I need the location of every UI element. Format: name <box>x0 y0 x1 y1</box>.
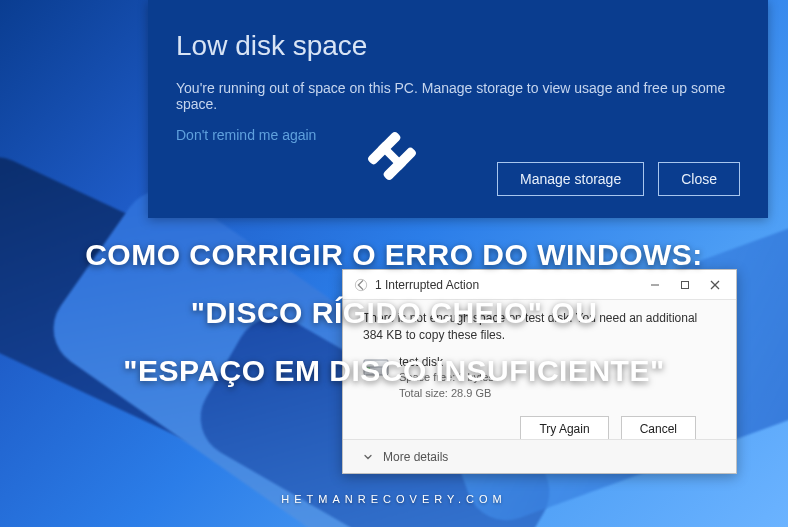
dialog-button-row: Try Again Cancel <box>363 412 716 442</box>
watermark: HETMANRECOVERY.COM <box>0 493 788 505</box>
dialog-footer[interactable]: More details <box>343 439 736 473</box>
dont-remind-link[interactable]: Don't remind me again <box>176 127 316 143</box>
try-again-button[interactable]: Try Again <box>520 416 608 442</box>
chevron-down-icon <box>361 450 375 464</box>
notification-title: Low disk space <box>176 30 740 62</box>
close-button[interactable]: Close <box>658 162 740 196</box>
headline-overlay: COMO CORRIGIR O ERRO DO WINDOWS: "DISCO … <box>0 226 788 400</box>
headline-line-3: "ESPAÇO EM DISCO INSUFICIENTE" <box>0 342 788 400</box>
hetman-logo-icon <box>362 126 422 186</box>
cancel-button[interactable]: Cancel <box>621 416 696 442</box>
more-details-label: More details <box>383 450 448 464</box>
notification-button-row: Manage storage Close <box>497 162 740 196</box>
notification-body: You're running out of space on this PC. … <box>176 80 740 112</box>
headline-line-1: COMO CORRIGIR O ERRO DO WINDOWS: <box>0 226 788 284</box>
manage-storage-button[interactable]: Manage storage <box>497 162 644 196</box>
headline-line-2: "DISCO RÍGIDO CHEIO" OU <box>0 284 788 342</box>
low-disk-space-notification: Low disk space You're running out of spa… <box>148 0 768 218</box>
